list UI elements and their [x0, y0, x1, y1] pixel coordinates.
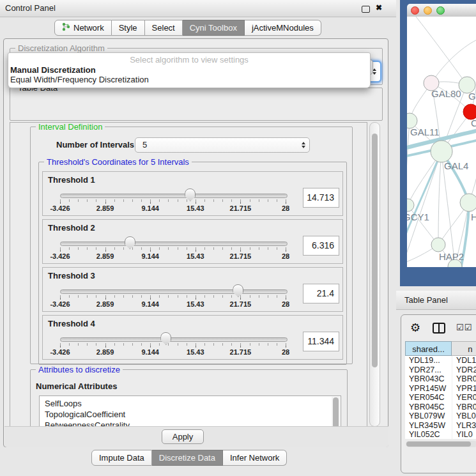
- network-window-titlebar[interactable]: [407, 4, 476, 17]
- checkboxes-icon[interactable]: ☑☑: [456, 323, 472, 332]
- toolbox-tab-bar: NetworkStyleSelectCyni ToolboxjActiveMNo…: [54, 20, 321, 36]
- tab-label: Network: [73, 23, 104, 33]
- tab-infer-network[interactable]: Infer Network: [223, 450, 287, 466]
- tick-label: 28: [282, 204, 289, 212]
- threshold-value-field[interactable]: 21.4: [303, 284, 339, 303]
- horizontal-scrollbar[interactable]: [406, 441, 476, 447]
- network-edge-thick[interactable]: [407, 151, 441, 237]
- tab-network[interactable]: Network: [54, 20, 112, 36]
- network-edge[interactable]: [438, 151, 441, 245]
- table-cell: YPR145W: [405, 384, 452, 394]
- threshold-label: Threshold 4: [48, 319, 95, 328]
- threshold-value-field[interactable]: 14.713: [303, 188, 339, 208]
- network-node[interactable]: [460, 194, 476, 211]
- tab-discretize-data[interactable]: Discretize Data: [152, 450, 223, 466]
- tab-label: Infer Network: [230, 453, 279, 463]
- minimize-traffic-light-icon[interactable]: [424, 6, 432, 15]
- zoom-traffic-light-icon[interactable]: [436, 6, 445, 15]
- slider-track[interactable]: [60, 194, 288, 198]
- tick-label: 15.43: [187, 300, 204, 308]
- app-root: { "window": { "title": "Control Panel" }…: [0, 0, 476, 476]
- discretization-algorithm-label: Discretization Algorithm: [15, 43, 107, 53]
- numerical-attributes-list: SelfLoopsTopologicalCoefficientBetweenne…: [39, 395, 341, 427]
- threshold-panel: Threshold 3 -3.4262.8599.14415.4321.7152…: [42, 267, 343, 312]
- table-row[interactable]: YBR043CYBR0: [405, 374, 476, 384]
- float-panel-icon[interactable]: [362, 6, 370, 13]
- table-cell: YER0: [452, 393, 476, 403]
- network-node-label: GAL4: [444, 160, 468, 171]
- attribute-item[interactable]: TopologicalCoefficient: [40, 409, 341, 420]
- numerical-attributes-label: Numerical Attributes: [36, 381, 117, 391]
- list-scrollbar-thumb[interactable]: [333, 397, 339, 427]
- close-icon[interactable]: ✖: [376, 3, 382, 12]
- apply-button[interactable]: Apply: [162, 429, 204, 444]
- tick-label: 15.43: [187, 252, 204, 260]
- table-row[interactable]: YIL052CYIL0: [405, 430, 476, 439]
- table-row[interactable]: YDL19...YDL1: [405, 356, 476, 365]
- slider-track[interactable]: [60, 337, 288, 342]
- tab-style[interactable]: Style: [112, 20, 145, 36]
- tick-label: 28: [282, 252, 289, 260]
- table-row[interactable]: YDR27...YDR2: [405, 365, 476, 375]
- list-scrollbar[interactable]: [332, 397, 340, 427]
- threshold-list: Threshold 1 -3.4262.8599.14415.4321.7152…: [42, 171, 346, 360]
- tick-label: 15.43: [187, 348, 204, 356]
- close-traffic-light-icon[interactable]: [411, 6, 419, 15]
- network-node[interactable]: [431, 141, 452, 162]
- tab-cyni-toolbox[interactable]: Cyni Toolbox: [183, 20, 245, 36]
- network-window-frame: GAL80GCGAL11GAL4GCY1HHAP2: [400, 0, 476, 286]
- vertical-scrollbar[interactable]: [369, 122, 380, 427]
- tick-label: 2.859: [96, 252, 114, 260]
- tab-label: Style: [119, 23, 137, 33]
- network-edge[interactable]: [407, 121, 410, 208]
- split-view-icon[interactable]: [433, 323, 445, 334]
- threshold-panel: Threshold 1 -3.4262.8599.14415.4321.7152…: [42, 171, 343, 216]
- gear-icon[interactable]: ⚙: [410, 321, 420, 335]
- network-node[interactable]: [407, 199, 414, 211]
- network-canvas[interactable]: GAL80GCGAL11GAL4GCY1HHAP2: [407, 17, 476, 267]
- control-panel-titlebar: Control Panel ✖: [0, 0, 396, 17]
- number-of-intervals-select[interactable]: 5: [135, 137, 310, 153]
- table-cell: YBR043C: [405, 374, 452, 384]
- network-edge[interactable]: [413, 17, 467, 85]
- threshold-value-field[interactable]: 11.344: [303, 332, 339, 351]
- tick-label: -3.426: [50, 204, 70, 212]
- horizontal-scrollbar-thumb[interactable]: [406, 441, 471, 447]
- slider-track[interactable]: [60, 242, 288, 246]
- table-row[interactable]: YLR345WYLR3: [405, 421, 476, 431]
- tick-label: -3.426: [50, 348, 70, 356]
- apply-strip: Apply: [4, 426, 388, 447]
- attribute-item[interactable]: SelfLoops: [40, 398, 341, 409]
- tab-impute-data[interactable]: Impute Data: [91, 450, 152, 466]
- tab-jactivemnodules[interactable]: jActiveMNodules: [245, 20, 321, 36]
- tick-label: -3.426: [50, 252, 70, 260]
- threshold-label: Threshold 2: [48, 223, 95, 233]
- slider-track[interactable]: [60, 289, 288, 294]
- thresholds-group: Threshold's Coordinates for 5 Intervals …: [38, 162, 347, 365]
- table-row[interactable]: YBL079WYBL0: [405, 411, 476, 421]
- settings-scroll-viewport: Interval Definition Number of Intervals …: [10, 122, 367, 427]
- threshold-value-field[interactable]: 6.316: [303, 236, 339, 256]
- algorithm-hint: Select algorithm to view settings: [8, 55, 370, 65]
- network-node[interactable]: [431, 238, 445, 252]
- table-cell: YBR045C: [405, 403, 452, 412]
- number-of-intervals-label: Number of Intervals: [56, 140, 134, 150]
- table-cell: YDR27...: [405, 365, 452, 375]
- table-row[interactable]: YER054CYER0: [405, 393, 476, 403]
- column-header[interactable]: n: [452, 341, 476, 356]
- table-panel-title: Table Panel: [404, 291, 448, 309]
- table-row[interactable]: YBR045CYBR0: [405, 403, 476, 412]
- table-cell: YDL19...: [405, 356, 452, 365]
- tab-select[interactable]: Select: [145, 20, 183, 36]
- column-header[interactable]: shared...: [405, 341, 452, 356]
- tick-label: 21.715: [230, 204, 252, 212]
- algorithm-option[interactable]: Manual Discretization: [10, 65, 96, 75]
- slider-minor-ticks: [60, 343, 287, 346]
- algorithm-option[interactable]: Equal Width/Frequency Discretization: [10, 75, 149, 84]
- algorithm-dropdown-popup: Select algorithm to view settings Manual…: [8, 52, 371, 88]
- network-node-label: HAP2: [439, 251, 464, 262]
- table-row[interactable]: YPR145WYPR1: [405, 384, 476, 394]
- network-node-label: GCY1: [407, 211, 429, 222]
- table-cell: YBR0: [452, 374, 476, 384]
- vertical-scrollbar-thumb[interactable]: [372, 134, 378, 367]
